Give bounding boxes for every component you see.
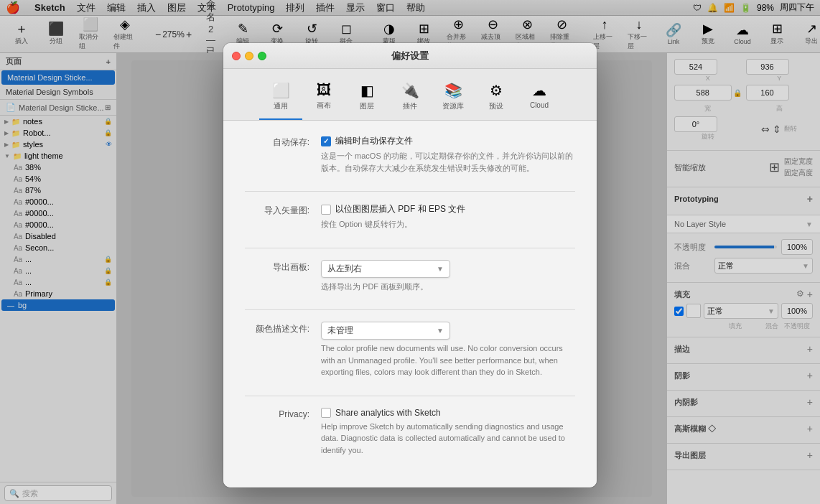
export-canvas-desc: 选择导出为 PDF 画板到顺序。	[321, 281, 575, 293]
tab-general-icon: ⬜	[272, 82, 290, 99]
tab-general[interactable]: ⬜ 通用	[259, 78, 302, 120]
color-profile-value: 未管理	[327, 325, 353, 337]
tab-presets[interactable]: ⚙ 预设	[475, 78, 518, 120]
import-vector-title: 以位图图层插入 PDF 和 EPS 文件	[335, 203, 465, 215]
autosave-desc: 这是一个 macOS 的功能，可以定期保存你的文件，并允许你访问以前的版本。自动…	[321, 150, 575, 174]
tab-libraries-label: 资源库	[442, 101, 464, 111]
autosave-section: 自动保存: 编辑时自动保存文件 这是一个 macOS 的功能，可以定期保存你的文…	[245, 135, 575, 174]
export-canvas-dropdown[interactable]: 从左到右 ▼	[321, 260, 450, 278]
divider-2	[245, 248, 575, 248]
export-canvas-arrow: ▼	[437, 265, 444, 273]
privacy-checkbox[interactable]	[321, 408, 331, 418]
tab-cloud[interactable]: ☁ Cloud	[518, 78, 561, 120]
tab-cloud-label: Cloud	[530, 101, 549, 109]
tab-plugins[interactable]: 🔌 插件	[388, 78, 432, 120]
import-vector-section: 导入矢量图: 以位图图层插入 PDF 和 EPS 文件 按住 Option 键反…	[245, 203, 575, 230]
privacy-title: Share analytics with Sketch	[335, 408, 441, 418]
close-button[interactable]	[232, 52, 241, 60]
dialog-title: 偏好设置	[391, 50, 429, 62]
export-canvas-row: 导出画板: 从左到右 ▼ 选择导出为 PDF 画板到顺序。	[245, 260, 575, 293]
tab-layers-label: 图层	[360, 101, 374, 111]
color-profile-dropdown[interactable]: 未管理 ▼	[321, 322, 450, 340]
traffic-lights	[232, 52, 266, 60]
dialog-tabs: ⬜ 通用 🖼 画布 ◧ 图层 🔌 插件 📚 资源库 ⚙ 预设	[223, 69, 597, 121]
autosave-label: 自动保存:	[245, 135, 309, 149]
export-canvas-value: 从左到右	[327, 263, 362, 275]
dialog-overlay: 偏好设置 ⬜ 通用 🖼 画布 ◧ 图层 🔌 插件 📚 资源库	[0, 0, 820, 504]
tab-libraries[interactable]: 📚 资源库	[432, 78, 475, 120]
maximize-button[interactable]	[258, 52, 266, 60]
tab-layers-icon: ◧	[360, 82, 374, 99]
minimize-button[interactable]	[245, 52, 253, 60]
color-profile-arrow: ▼	[437, 327, 444, 335]
privacy-checkbox-row: Share analytics with Sketch	[321, 408, 575, 418]
tab-presets-label: 预设	[489, 101, 503, 111]
import-vector-row: 导入矢量图: 以位图图层插入 PDF 和 EPS 文件 按住 Option 键反…	[245, 203, 575, 230]
privacy-row: Privacy: Share analytics with Sketch Hel…	[245, 408, 575, 457]
tab-plugins-label: 插件	[403, 101, 417, 111]
tab-canvas-label: 画布	[317, 101, 331, 111]
color-profile-desc: The color profile new documents will use…	[321, 342, 575, 378]
autosave-checkbox[interactable]	[321, 136, 331, 146]
dialog-titlebar: 偏好设置	[223, 43, 597, 69]
color-profile-row: 颜色描述文件: 未管理 ▼ The color profile new docu…	[245, 322, 575, 378]
import-vector-checkbox[interactable]	[321, 205, 331, 215]
import-vector-content: 以位图图层插入 PDF 和 EPS 文件 按住 Option 键反转行为。	[321, 203, 575, 230]
autosave-content: 编辑时自动保存文件 这是一个 macOS 的功能，可以定期保存你的文件，并允许你…	[321, 135, 575, 174]
color-profile-section: 颜色描述文件: 未管理 ▼ The color profile new docu…	[245, 322, 575, 378]
divider-1	[245, 191, 575, 192]
tab-general-label: 通用	[274, 101, 288, 111]
export-canvas-section: 导出画板: 从左到右 ▼ 选择导出为 PDF 画板到顺序。	[245, 260, 575, 293]
import-vector-checkbox-row: 以位图图层插入 PDF 和 EPS 文件	[321, 203, 575, 215]
import-vector-label: 导入矢量图:	[245, 203, 309, 217]
tab-cloud-icon: ☁	[532, 82, 546, 99]
color-profile-content: 未管理 ▼ The color profile new documents wi…	[321, 322, 575, 378]
tab-plugins-icon: 🔌	[401, 82, 419, 99]
export-canvas-content: 从左到右 ▼ 选择导出为 PDF 画板到顺序。	[321, 260, 575, 293]
privacy-desc: Help improve Sketch by automatically sen…	[321, 421, 575, 457]
tab-libraries-icon: 📚	[444, 82, 462, 99]
color-profile-label: 颜色描述文件:	[245, 322, 309, 335]
divider-4	[245, 396, 575, 396]
privacy-content: Share analytics with Sketch Help improve…	[321, 408, 575, 457]
export-canvas-label: 导出画板:	[245, 260, 309, 274]
preferences-dialog: 偏好设置 ⬜ 通用 🖼 画布 ◧ 图层 🔌 插件 📚 资源库	[223, 43, 597, 487]
autosave-title: 编辑时自动保存文件	[335, 135, 413, 147]
import-vector-desc: 按住 Option 键反转行为。	[321, 218, 575, 230]
divider-3	[245, 309, 575, 310]
autosave-row: 自动保存: 编辑时自动保存文件 这是一个 macOS 的功能，可以定期保存你的文…	[245, 135, 575, 174]
tab-canvas[interactable]: 🖼 画布	[302, 78, 345, 120]
tab-layers[interactable]: ◧ 图层	[345, 78, 388, 120]
privacy-section: Privacy: Share analytics with Sketch Hel…	[245, 408, 575, 457]
tab-canvas-icon: 🖼	[317, 82, 331, 98]
tab-presets-icon: ⚙	[490, 82, 503, 99]
privacy-label: Privacy:	[245, 408, 309, 419]
autosave-checkbox-row: 编辑时自动保存文件	[321, 135, 575, 147]
dialog-body: 自动保存: 编辑时自动保存文件 这是一个 macOS 的功能，可以定期保存你的文…	[223, 121, 597, 487]
